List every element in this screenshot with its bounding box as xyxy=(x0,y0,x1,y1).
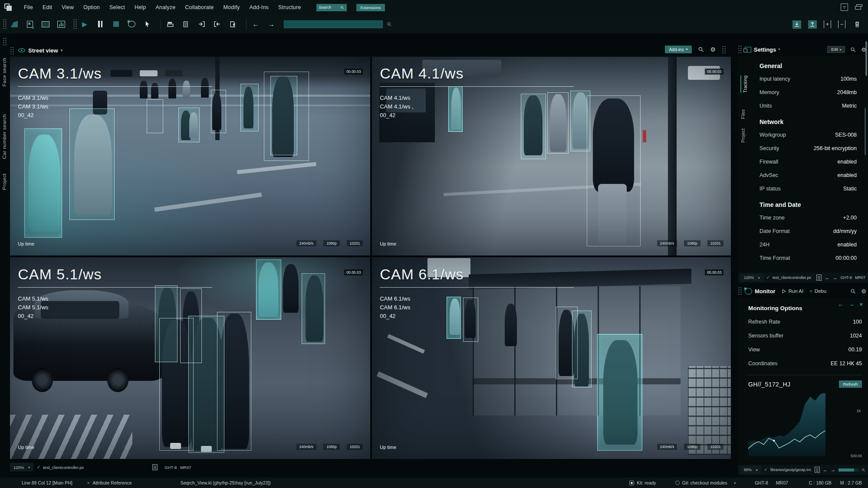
pin-tool-icon[interactable] xyxy=(25,20,35,29)
setting-value[interactable]: 2048mb xyxy=(837,89,857,95)
camera-view-cam3[interactable]: CAM 3.1/ws CAM 3.1/wsCAM 3.1/ws00_42 00.… xyxy=(10,57,370,255)
document-icon[interactable] xyxy=(815,467,820,473)
gear-icon[interactable]: ⚙ xyxy=(710,46,716,52)
menu-view[interactable]: View xyxy=(57,4,79,10)
sidebar-item-project[interactable]: Project xyxy=(2,174,7,190)
attribute-reference[interactable]: × Attribute Reference xyxy=(87,480,132,485)
drag-handle[interactable] xyxy=(3,37,7,46)
menu-analyze[interactable]: Analyze xyxy=(151,4,180,10)
setting-value[interactable]: +2.00 xyxy=(843,215,857,221)
back-button[interactable]: ← xyxy=(823,468,828,472)
back-button[interactable]: ← xyxy=(838,301,843,307)
pause-button[interactable] xyxy=(95,20,105,29)
dropdown-box-icon[interactable]: ▽ xyxy=(841,3,848,11)
search-icon[interactable] xyxy=(861,468,865,472)
menu-collaborate[interactable]: Collaborate xyxy=(180,4,218,10)
menu-addins[interactable]: Add-Ins xyxy=(245,4,273,10)
setting-value[interactable]: Metric xyxy=(842,103,857,109)
flag-tool-icon[interactable] xyxy=(10,20,19,29)
setting-value[interactable]: 100ms xyxy=(840,76,857,82)
zoom-control[interactable]: 80% ▾ xyxy=(740,466,761,474)
sidebar-item-face-search[interactable]: Face search xyxy=(2,58,7,87)
extensions-button[interactable]: Extensions xyxy=(356,4,385,11)
menu-search-button[interactable]: Search xyxy=(316,4,347,11)
stop-button[interactable] xyxy=(111,20,121,29)
drag-handle[interactable] xyxy=(3,19,7,30)
monitor-title[interactable]: Monitor xyxy=(755,288,776,295)
option-value[interactable]: 100 xyxy=(853,319,862,325)
debug-button[interactable]: × Debu xyxy=(809,288,826,294)
pin-document-icon[interactable] xyxy=(228,20,237,29)
menu-modify[interactable]: Modify xyxy=(218,4,244,10)
edit-dropdown-button[interactable]: Edit ▾ xyxy=(827,46,845,53)
build-tag[interactable]: MR07 xyxy=(776,480,788,485)
chevron-down-icon[interactable]: ▾ xyxy=(778,48,780,51)
build-tag[interactable]: MR07 xyxy=(855,275,865,280)
refresh-button[interactable]: Refresh xyxy=(839,380,862,388)
back-button[interactable]: ← xyxy=(825,275,829,280)
tab-tracking[interactable]: Tracking xyxy=(740,75,748,93)
active-file-path[interactable]: Seqrch_View.kl (ghy/hp-25\hay [run_July2… xyxy=(181,480,271,485)
cursor-icon[interactable] xyxy=(142,20,152,29)
import-icon[interactable] xyxy=(197,20,206,29)
monitor-tool-icon[interactable] xyxy=(41,20,50,29)
cursor-position[interactable]: Line 89 Col 12 [Main PH] xyxy=(22,480,72,485)
lasso-loop-icon[interactable] xyxy=(127,20,136,29)
toolbar-search-input[interactable] xyxy=(284,20,383,28)
menu-option[interactable]: Option xyxy=(79,4,105,10)
search-icon[interactable] xyxy=(850,47,856,52)
search-icon[interactable] xyxy=(385,20,394,29)
addins-dropdown-button[interactable]: Add-ins ▾ xyxy=(665,46,692,53)
forward-button[interactable]: → xyxy=(832,275,837,280)
search-icon[interactable] xyxy=(850,288,856,294)
close-icon[interactable]: × xyxy=(859,301,863,307)
menu-file[interactable]: File xyxy=(19,4,38,10)
scrollbar[interactable] xyxy=(865,108,866,155)
upload-button[interactable] xyxy=(808,20,817,29)
setting-value[interactable]: 00:00:00 xyxy=(835,255,857,261)
setting-value[interactable]: enabled xyxy=(838,172,857,178)
equalizer-tool-icon[interactable] xyxy=(56,20,66,29)
document-icon[interactable] xyxy=(152,464,158,470)
layers-icon[interactable] xyxy=(855,4,863,10)
open-file[interactable]: ✓ libraries/geoip/geoip.inc xyxy=(764,468,812,472)
encoding-label[interactable]: GHT-8 xyxy=(755,480,768,485)
chevron-down-icon[interactable]: ▾ xyxy=(61,49,63,52)
tab-files[interactable]: Files xyxy=(740,109,746,119)
zoom-control[interactable]: 120% ▾ xyxy=(740,274,763,282)
menu-select[interactable]: Select xyxy=(105,4,130,10)
gear-icon[interactable]: ⚙ xyxy=(861,288,866,294)
trash-icon[interactable] xyxy=(852,20,862,29)
menu-edit[interactable]: Edit xyxy=(38,4,57,10)
setting-value[interactable]: SES-008 xyxy=(835,132,857,138)
encoding-label[interactable]: GHT-8 xyxy=(840,275,852,280)
search-icon[interactable] xyxy=(698,46,704,52)
add-frame-button[interactable]: + xyxy=(824,20,831,28)
menu-help[interactable]: Help xyxy=(130,4,151,10)
camera-view-cam6[interactable]: CAM 6.1/ws CAM 6.1/wsCAM 6.1/ws00_42 00.… xyxy=(372,257,731,459)
setting-value[interactable]: enabled xyxy=(838,242,857,248)
build-tag[interactable]: MR07 xyxy=(180,465,191,470)
forward-button[interactable]: → xyxy=(848,301,854,307)
option-value[interactable]: 00.19 xyxy=(848,347,862,353)
setting-value[interactable]: Static xyxy=(843,186,857,192)
back-button[interactable]: ← xyxy=(251,20,260,29)
forward-button[interactable]: → xyxy=(266,20,276,29)
open-file[interactable]: ✓ test_clientcontroller.px xyxy=(766,275,811,280)
play-button[interactable]: ▶ xyxy=(80,20,89,29)
drag-handle[interactable] xyxy=(738,287,742,295)
option-value[interactable]: EE 12 HK 45 xyxy=(831,360,862,367)
zoom-control[interactable]: 120% ▾ xyxy=(10,463,33,472)
drag-handle[interactable] xyxy=(73,19,77,30)
run-ai-button[interactable]: Run AI xyxy=(782,288,804,294)
document-icon[interactable] xyxy=(816,275,822,281)
view-title[interactable]: Street view xyxy=(28,47,58,54)
export-icon[interactable] xyxy=(212,20,222,29)
report-doc-icon[interactable] xyxy=(181,20,191,29)
tab-project[interactable]: Project xyxy=(740,128,746,143)
menu-structure[interactable]: Structure xyxy=(273,4,306,10)
drag-handle[interactable] xyxy=(10,46,14,54)
drag-handle[interactable] xyxy=(722,46,726,53)
new-window-icon[interactable] xyxy=(165,20,175,29)
kit-status[interactable]: Kit: ready xyxy=(629,480,656,485)
